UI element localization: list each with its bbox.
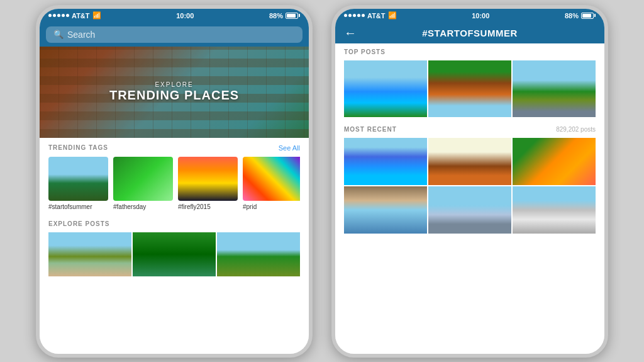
- explore-grid: [48, 232, 300, 276]
- hero-explore-label: EXPLORE: [155, 81, 193, 88]
- battery-pct: 88%: [269, 12, 283, 20]
- top-posts-title: TOP POSTS: [344, 48, 386, 55]
- tag-item[interactable]: #fathersday: [113, 157, 173, 210]
- tag-label: #fathersday: [113, 203, 146, 210]
- dot-2: [53, 14, 56, 17]
- explore-posts-title: EXPLORE POSTS: [48, 220, 109, 227]
- tag-thumbnail: [113, 157, 173, 201]
- top-post-cell[interactable]: [513, 60, 596, 117]
- search-nav-bar: 🔍 Search: [40, 23, 309, 47]
- explore-cell[interactable]: [133, 232, 216, 276]
- dot-5: [362, 14, 365, 17]
- dot-1: [48, 14, 52, 17]
- hero-title: TRENDING PLACES: [109, 88, 239, 103]
- search-icon: 🔍: [53, 30, 64, 39]
- search-placeholder: Search: [67, 30, 95, 40]
- see-all-link[interactable]: See All: [279, 144, 300, 152]
- tag-thumbnail: [243, 157, 300, 201]
- dot-1: [344, 14, 347, 17]
- tag-item[interactable]: #prid: [243, 157, 300, 210]
- hero-overlay: EXPLORE TRENDING PLACES: [40, 47, 309, 138]
- phones-container: AT&T 📶 10:00 88% 🔍 Search: [0, 0, 644, 362]
- explore-posts-header: EXPLORE POSTS: [48, 220, 300, 227]
- right-status-left: AT&T 📶: [344, 11, 397, 20]
- recent-cell[interactable]: [513, 186, 596, 234]
- dot-5: [66, 14, 69, 17]
- recent-cell[interactable]: [428, 186, 511, 234]
- signal-dots: [48, 14, 69, 17]
- right-battery-pct: 88%: [565, 12, 579, 20]
- most-recent-section: MOST RECENT 829,202 posts: [335, 121, 604, 236]
- top-posts-section: TOP POSTS: [335, 43, 604, 121]
- most-recent-header: MOST RECENT 829,202 posts: [344, 126, 596, 133]
- dot-4: [357, 14, 360, 17]
- most-recent-title: MOST RECENT: [344, 126, 397, 133]
- recent-cell[interactable]: [428, 138, 511, 185]
- tag-thumbnail: [178, 157, 238, 201]
- carrier-label: AT&T: [72, 12, 90, 20]
- recent-cell[interactable]: [344, 186, 427, 234]
- back-nav-bar: ← #STARTOFSUMMER: [335, 23, 604, 43]
- hero-banner: EXPLORE TRENDING PLACES: [40, 47, 309, 138]
- dot-4: [62, 14, 65, 17]
- wifi-icon: 📶: [92, 11, 101, 20]
- explore-cell[interactable]: [217, 232, 300, 276]
- explore-posts-section: EXPLORE POSTS: [40, 214, 309, 280]
- tag-thumbnail: [48, 157, 108, 201]
- trending-tags-header: TRENDING TAGS See All: [48, 144, 300, 152]
- left-status-bar: AT&T 📶 10:00 88%: [40, 9, 309, 23]
- tag-item[interactable]: #startofsummer: [48, 157, 108, 210]
- right-time: 10:00: [472, 12, 489, 20]
- posts-count: 829,202 posts: [556, 126, 596, 133]
- right-status-right: 88%: [565, 12, 596, 20]
- top-post-cell[interactable]: [344, 60, 427, 117]
- trending-tags-section: TRENDING TAGS See All #startofsummer #fa…: [40, 138, 309, 214]
- back-button[interactable]: ←: [344, 26, 357, 40]
- hashtag-title: #STARTOFSUMMER: [422, 28, 517, 38]
- top-posts-grid: [344, 60, 596, 117]
- status-left: AT&T 📶: [48, 11, 101, 20]
- tag-label: #firefly2015: [178, 203, 211, 210]
- right-wifi-icon: 📶: [388, 11, 397, 20]
- dot-2: [348, 14, 352, 17]
- search-bar[interactable]: 🔍 Search: [46, 26, 303, 43]
- top-post-cell[interactable]: [428, 60, 511, 117]
- dot-3: [353, 14, 356, 17]
- time-label: 10:00: [176, 12, 194, 20]
- right-scroll-content: TOP POSTS MOST RECENT 829,202 posts: [335, 43, 604, 354]
- left-scroll-content: EXPLORE TRENDING PLACES TRENDING TAGS Se…: [40, 47, 309, 354]
- right-status-bar: AT&T 📶 10:00 88%: [335, 9, 604, 23]
- tag-label: #prid: [243, 203, 257, 210]
- status-right: 88%: [269, 12, 300, 20]
- right-battery-icon: [581, 13, 596, 19]
- tag-item[interactable]: #firefly2015: [178, 157, 238, 210]
- right-signal-dots: [344, 14, 365, 17]
- right-carrier: AT&T: [367, 12, 386, 20]
- tags-row: #startofsummer #fathersday #firefly2015 …: [48, 157, 300, 210]
- recent-cell[interactable]: [344, 138, 427, 185]
- left-phone: AT&T 📶 10:00 88% 🔍 Search: [36, 5, 313, 358]
- right-phone: AT&T 📶 10:00 88% ← #STARTOFSUMMER TOP P: [331, 5, 608, 358]
- tag-label: #startofsummer: [48, 203, 92, 210]
- recent-grid: [344, 138, 596, 234]
- battery-icon: [286, 13, 300, 19]
- top-posts-header: TOP POSTS: [344, 48, 596, 55]
- recent-cell[interactable]: [513, 138, 596, 185]
- trending-tags-title: TRENDING TAGS: [48, 144, 108, 151]
- dot-3: [57, 14, 60, 17]
- explore-cell[interactable]: [48, 232, 131, 276]
